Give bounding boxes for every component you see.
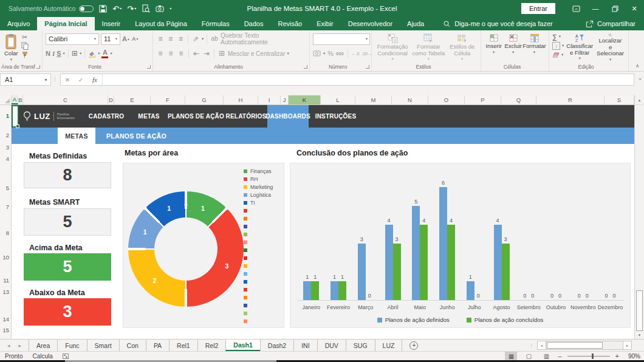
row-header-1[interactable]: 1 [6, 112, 9, 119]
nav-item-instru-es[interactable]: INSTRUÇÕES [309, 105, 363, 128]
fill-button[interactable]: ↓ [552, 42, 560, 50]
decrease-decimal-button[interactable]: .00→ [361, 52, 372, 56]
find-select-button[interactable]: Localizar e Selecionar▾ [595, 33, 625, 62]
align-middle-button[interactable]: ≡ [166, 35, 175, 43]
row-header-5[interactable]: 5 [6, 185, 9, 191]
bar-defined[interactable] [412, 206, 420, 300]
column-header-r[interactable]: R [536, 95, 605, 104]
delete-cells-button[interactable]: Excluir▾ [503, 33, 523, 62]
tell-me-search[interactable]: Diga-me o que você deseja fazer [444, 17, 552, 30]
column-header-e[interactable]: E [114, 95, 151, 104]
menu-tab-arquivo[interactable]: Arquivo [0, 17, 37, 30]
worksheet[interactable]: 12345781011131415 LUZ Planilhas Empresar… [0, 105, 634, 339]
row-header-13[interactable]: 13 [2, 289, 9, 295]
align-bottom-button[interactable]: ≡ [177, 35, 185, 43]
sheet-tab-dash2[interactable]: Dash2 [260, 340, 293, 351]
increase-decimal-button[interactable]: ←.0 [352, 52, 360, 56]
font-size-select[interactable]: 11▾ [101, 33, 120, 45]
column-header-n[interactable]: N [392, 95, 428, 104]
fill-color-button[interactable] [88, 50, 96, 58]
cancel-formula-button[interactable]: ✕ [61, 77, 74, 83]
autosave-toggle[interactable]: Salvamento Automático [9, 5, 94, 12]
align-right-button[interactable]: ≡ [177, 50, 185, 57]
borders-button[interactable]: ⊞ [72, 50, 78, 57]
italic-button[interactable]: I [52, 50, 55, 57]
row-header-14[interactable]: 14 [2, 316, 9, 323]
sign-in-button[interactable]: Entrar [521, 3, 555, 14]
format-painter-button[interactable] [21, 51, 29, 58]
column-header-o[interactable]: O [428, 95, 465, 104]
format-as-table-button[interactable]: Formatar como Tabela▾ [411, 33, 446, 62]
bar-defined[interactable] [331, 281, 338, 300]
comma-style-button[interactable]: 000 [336, 51, 344, 56]
enter-formula-button[interactable]: ✓ [74, 77, 87, 83]
column-header-f[interactable]: F [151, 95, 185, 104]
print-preview-button[interactable] [142, 4, 150, 13]
share-button[interactable]: Compartilhar [586, 17, 644, 30]
redo-button[interactable]: ↷▾ [127, 5, 136, 13]
column-header-h[interactable]: H [224, 95, 258, 104]
zoom-out-button[interactable]: – [558, 353, 561, 360]
bar-concluded[interactable] [502, 244, 510, 300]
column-header-j[interactable]: J [281, 95, 289, 104]
sheet-tab-con[interactable]: Con [119, 340, 146, 351]
restore-button[interactable] [605, 0, 625, 17]
sheet-tab-rel2[interactable]: Rel2 [197, 340, 226, 351]
column-header-g[interactable]: G [185, 95, 224, 104]
scroll-up-arrow-icon[interactable]: ▲ [635, 95, 644, 105]
column-header-b[interactable]: B [18, 95, 23, 104]
subtab-planos-de-acao[interactable]: PLANOS DE AÇÃO [95, 128, 177, 144]
font-name-select[interactable]: Calibri▾ [46, 33, 99, 45]
align-top-button[interactable]: ≡ [156, 35, 165, 43]
grow-font-button[interactable]: A▲ [122, 36, 130, 43]
column-header-a[interactable]: A [12, 95, 18, 104]
bar-concluded[interactable] [393, 244, 401, 300]
save-button[interactable] [99, 5, 107, 13]
close-button[interactable]: ✕ [625, 0, 644, 17]
merge-center-button[interactable]: Mesclar e Centralizar [228, 50, 285, 57]
bar-defined[interactable] [303, 281, 311, 300]
sheet-tab-duv[interactable]: DUV [317, 340, 346, 351]
underline-button[interactable]: S [57, 50, 61, 57]
menu-tab-ajuda[interactable]: Ajuda [400, 17, 431, 30]
number-format-select[interactable]: ▾ [313, 33, 370, 45]
new-sheet-button[interactable]: + [409, 341, 418, 350]
number-dialog-launcher[interactable] [366, 65, 369, 69]
zoom-in-button[interactable]: + [615, 353, 619, 360]
alignment-dialog-launcher[interactable] [304, 65, 307, 69]
row-header-3[interactable]: 3 [6, 144, 9, 151]
menu-tab-exibir[interactable]: Exibir [309, 17, 341, 30]
font-dialog-launcher[interactable] [147, 65, 151, 69]
shrink-font-button[interactable]: A▼ [132, 36, 139, 42]
decrease-indent-button[interactable]: ⇤ [192, 50, 200, 57]
sheet-tab-pa[interactable]: PA [146, 340, 169, 351]
row-header-8[interactable]: 8 [6, 230, 9, 236]
customize-qat-button[interactable]: ▾ [170, 7, 171, 10]
insert-function-button[interactable]: fx [87, 76, 102, 83]
align-center-button[interactable]: ≡ [166, 50, 175, 57]
menu-tab-layout-da-p-gina[interactable]: Layout da Página [128, 17, 194, 30]
sheet-tab-dash1[interactable]: Dash1 [225, 340, 260, 351]
wrap-text-button[interactable]: Quebrar Texto Automaticamente [221, 32, 306, 46]
menu-tab-f-rmulas[interactable]: Fórmulas [194, 17, 237, 30]
undo-button[interactable]: ↶▾ [112, 5, 122, 13]
bar-concluded[interactable] [338, 281, 346, 300]
row-header-10[interactable]: 10 [2, 254, 9, 261]
scroll-right-arrow-icon[interactable]: ▸ [623, 341, 632, 350]
nav-item-planos-de-a-o[interactable]: PLANOS DE AÇÃO [167, 105, 225, 128]
copy-button[interactable] [21, 42, 29, 50]
zoom-level[interactable]: 90% [625, 353, 640, 360]
horizontal-scrollbar-thumb[interactable] [547, 342, 603, 349]
vertical-scrollbar-thumb[interactable] [636, 290, 643, 331]
column-header-c[interactable]: C [23, 95, 108, 104]
sheet-tab-smart[interactable]: Smart [87, 340, 119, 351]
paste-button[interactable]: Colar ▾ [3, 33, 19, 62]
sheet-tab-rel1[interactable]: Rel1 [169, 340, 197, 351]
row-header-15[interactable]: 15 [2, 327, 9, 333]
sheet-tab-sug[interactable]: SUG [346, 340, 375, 351]
column-header-d[interactable]: D [108, 95, 114, 104]
menu-tab-p-gina-inicial[interactable]: Página Inicial [37, 17, 94, 30]
row-header-2[interactable]: 2 [6, 132, 9, 138]
formula-bar-grip[interactable]: ⁞ [54, 77, 57, 83]
horizontal-scrollbar[interactable]: ◂ ▸ [537, 340, 632, 351]
